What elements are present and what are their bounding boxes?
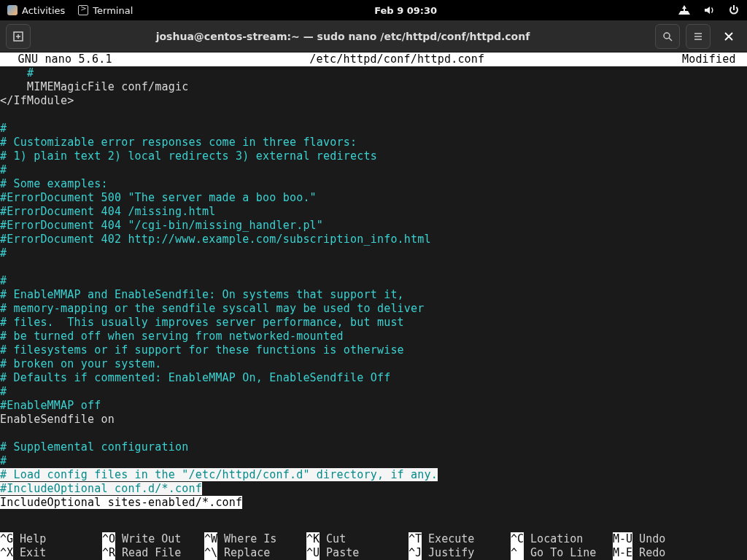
editor-line: # <box>0 122 747 136</box>
shortcut-label: Replace <box>217 546 290 560</box>
shortcut-key: ^G <box>0 532 13 546</box>
clock[interactable]: Feb 9 09:30 <box>133 5 678 16</box>
shortcut-label: Write Out <box>115 532 187 546</box>
nano-filename: /etc/httpd/conf/httpd.conf <box>112 52 682 66</box>
editor-line: #ErrorDocument 404 "/cgi-bin/missing_han… <box>0 219 747 233</box>
editor-line: # Defaults if commented: EnableMMAP On, … <box>0 371 747 385</box>
editor-line: # <box>0 454 747 468</box>
editor-line: MIMEMagicFile conf/magic <box>0 80 747 94</box>
shortcut-label: Cut <box>320 532 392 546</box>
editor-line: #ErrorDocument 402 http://www.example.co… <box>0 233 747 246</box>
volume-icon[interactable] <box>703 4 715 16</box>
new-tab-button[interactable] <box>6 24 31 49</box>
shortcut-key: ^\ <box>204 546 217 560</box>
power-icon[interactable] <box>728 4 740 16</box>
editor-line: # EnableMMAP and EnableSendfile: On syst… <box>0 288 747 302</box>
editor-line <box>0 427 747 440</box>
shortcut: ^C Location <box>511 532 613 546</box>
shortcut-key: M-E <box>613 546 632 560</box>
shortcut: ^\ Replace <box>204 546 306 560</box>
editor-line: # memory-mapping or the sendfile syscall… <box>0 302 747 316</box>
editor-buffer[interactable]: # MIMEMagicFile conf/magic</IfModule> ##… <box>0 66 747 510</box>
shortcut: ^T Execute <box>409 532 511 546</box>
editor-line: # broken on your system. <box>0 357 747 371</box>
menu-button[interactable] <box>686 24 711 49</box>
nano-version: GNU nano 5.6.1 <box>0 52 112 66</box>
shortcut-key: ^K <box>306 532 320 546</box>
editor-line: # <box>0 274 747 288</box>
shortcut-key: ^ <box>511 546 524 560</box>
app-menu-label: Terminal <box>93 5 133 16</box>
editor-line: #IncludeOptional conf.d/*.conf <box>0 482 747 496</box>
editor-line: </IfModule> <box>0 94 747 108</box>
editor-line: # <box>0 385 747 399</box>
shortcut-label: Execute <box>422 532 494 546</box>
shortcut: ^W Where Is <box>204 532 306 546</box>
editor-line: #ErrorDocument 500 "The server made a bo… <box>0 191 747 205</box>
editor-line: # <box>0 246 747 260</box>
search-button[interactable] <box>655 24 680 49</box>
editor-line <box>0 108 747 122</box>
network-icon[interactable] <box>678 4 690 16</box>
shortcut-key: ^J <box>409 546 422 560</box>
shortcut: ^X Exit <box>0 546 102 560</box>
editor-line: # <box>0 66 747 80</box>
shortcut-label: Go To Line <box>524 546 596 560</box>
shortcut: ^U Paste <box>306 546 409 560</box>
shortcut: ^ Go To Line <box>511 546 613 560</box>
editor-line: EnableSendfile on <box>0 413 747 427</box>
editor-line: # be turned off when serving from networ… <box>0 330 747 343</box>
shortcut: ^J Justify <box>409 546 511 560</box>
shortcut-key: ^R <box>102 546 115 560</box>
gnome-topbar: Activities Terminal Feb 9 09:30 <box>0 0 747 20</box>
activities-button[interactable]: Activities <box>7 5 65 16</box>
editor-line <box>0 260 747 274</box>
shortcut-label: Undo <box>632 532 665 546</box>
close-button[interactable] <box>716 24 741 49</box>
shortcut-label: Justify <box>422 546 494 560</box>
shortcut-key: ^W <box>204 532 217 546</box>
activities-label: Activities <box>22 5 65 16</box>
shortcut: ^O Write Out <box>102 532 204 546</box>
editor-line: IncludeOptional sites-enabled/*.conf <box>0 496 747 510</box>
nano-shortcut-bar: ^G Help ^O Write Out ^W Where Is ^K Cut … <box>0 532 747 560</box>
shortcut-key: ^T <box>409 532 422 546</box>
shortcut-key: ^O <box>102 532 115 546</box>
editor-line: # Some examples: <box>0 177 747 191</box>
shortcut-label: Redo <box>632 546 665 560</box>
nano-modified: Modified <box>682 52 747 66</box>
editor-line: # 1) plain text 2) local redirects 3) ex… <box>0 149 747 163</box>
shortcut-label: Where Is <box>217 532 290 546</box>
editor-line: #ErrorDocument 404 /missing.html <box>0 205 747 219</box>
shortcut-key: M-U <box>613 532 632 546</box>
shortcut: M-U Undo <box>613 532 678 546</box>
shortcut-key: ^C <box>511 532 524 546</box>
shortcut-key: ^U <box>306 546 320 560</box>
shortcut-label: Exit <box>13 546 85 560</box>
editor-line: # files. This usually improves server pe… <box>0 316 747 330</box>
terminal-icon <box>78 5 88 15</box>
window-titlebar: joshua@centos-stream:~ — sudo nano /etc/… <box>0 20 747 52</box>
shortcut: ^K Cut <box>306 532 409 546</box>
editor-line: # Load config files in the "/etc/httpd/c… <box>0 468 747 482</box>
editor-line: # Customizable error responses come in t… <box>0 136 747 149</box>
app-menu[interactable]: Terminal <box>78 5 133 16</box>
window-title: joshua@centos-stream:~ — sudo nano /etc/… <box>31 31 655 42</box>
shortcut: M-E Redo <box>613 546 678 560</box>
nano-titlebar: GNU nano 5.6.1 /etc/httpd/conf/httpd.con… <box>0 52 747 66</box>
editor-line: #EnableMMAP off <box>0 399 747 413</box>
terminal-viewport[interactable]: GNU nano 5.6.1 /etc/httpd/conf/httpd.con… <box>0 52 747 560</box>
svg-point-1 <box>664 33 670 39</box>
editor-line: # Supplemental configuration <box>0 440 747 454</box>
activities-icon <box>7 5 18 15</box>
shortcut-label: Read File <box>115 546 187 560</box>
shortcut-label: Paste <box>320 546 392 560</box>
shortcut-label: Help <box>13 532 85 546</box>
shortcut: ^G Help <box>0 532 102 546</box>
editor-line: # <box>0 163 747 177</box>
shortcut-key: ^X <box>0 546 13 560</box>
editor-line: # filesystems or if support for these fu… <box>0 343 747 357</box>
shortcut: ^R Read File <box>102 546 204 560</box>
shortcut-label: Location <box>524 532 596 546</box>
